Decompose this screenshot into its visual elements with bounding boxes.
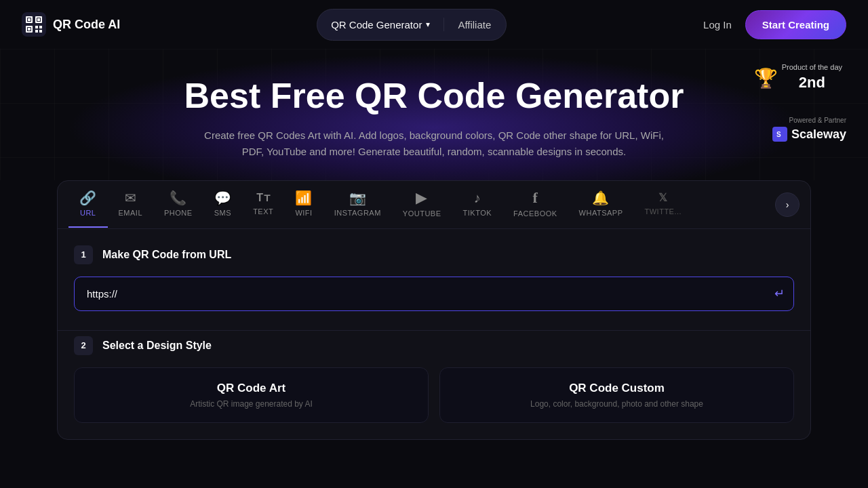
youtube-icon: ▶ [416, 190, 428, 205]
twitter-icon: 𝕏 [658, 192, 668, 203]
step2-title: Select a Design Style [102, 340, 212, 352]
tab-twitter[interactable]: 𝕏 TWITTE... [634, 183, 693, 226]
tab-phone-label: PHONE [164, 209, 193, 217]
tab-wifi-label: WIFI [295, 209, 312, 217]
email-icon: ✉ [125, 191, 137, 205]
tab-facebook[interactable]: f FACEBOOK [502, 181, 568, 228]
svg-rect-6 [37, 18, 40, 21]
type-tabs: 🔗 URL ✉ EMAIL 📞 PHONE 💬 SMS Tᴛ TEXT 📶 WI… [58, 181, 810, 229]
tab-url-label: URL [80, 209, 96, 217]
tab-youtube-label: YOUTUBE [403, 209, 441, 218]
hero-section: Best Free QR Code Generator Create free … [0, 49, 868, 180]
step1-title: Make QR Code from URL [102, 249, 231, 261]
svg-rect-3 [28, 18, 31, 21]
hero-title: Best Free QR Code Generator [14, 76, 854, 117]
tiktok-icon: ♪ [474, 191, 481, 205]
design-card-custom-desc: Logo, color, background, photo and other… [454, 399, 780, 409]
hero-description: Create free QR Codes Art with AI. Add lo… [203, 127, 665, 160]
tab-email-label: EMAIL [119, 209, 143, 217]
scaleway-logo: S Scaleway [772, 127, 846, 142]
tab-email[interactable]: ✉ EMAIL [108, 182, 154, 228]
svg-text:S: S [776, 131, 781, 138]
tab-instagram[interactable]: 📷 INSTAGRAM [323, 182, 392, 228]
chevron-down-icon: ▾ [426, 20, 430, 29]
whatsapp-icon: 🔔 [592, 191, 610, 205]
step2-header: 2 Select a Design Style [74, 336, 794, 355]
nav-right: Log In Start Creating [703, 10, 846, 39]
chevron-right-icon: › [786, 199, 789, 210]
scaleway-icon: S [772, 127, 787, 142]
step1-number: 1 [74, 245, 93, 264]
badge-content: Product of the day 2nd [782, 62, 842, 94]
text-icon: Tᴛ [256, 192, 270, 203]
tab-tiktok[interactable]: ♪ TIKTOK [452, 182, 503, 228]
navbar: QR Code AI QR Code Generator ▾ Affiliate… [0, 0, 868, 49]
step2-section: 2 Select a Design Style QR Code Art Arti… [58, 330, 810, 439]
tab-sms-label: SMS [214, 209, 231, 217]
tabs-scroll-right-button[interactable]: › [775, 192, 800, 217]
tab-wifi[interactable]: 📶 WIFI [284, 182, 323, 228]
svg-rect-0 [22, 12, 46, 37]
step2-number: 2 [74, 336, 93, 355]
main-card: 🔗 URL ✉ EMAIL 📞 PHONE 💬 SMS Tᴛ TEXT 📶 WI… [57, 180, 811, 440]
facebook-icon: f [532, 190, 538, 205]
login-button[interactable]: Log In [703, 19, 732, 30]
nav-center: QR Code Generator ▾ Affiliate [317, 9, 507, 41]
design-card-custom[interactable]: QR Code Custom Logo, color, background, … [439, 367, 794, 423]
tab-twitter-label: TWITTE... [645, 207, 682, 216]
phone-icon: 📞 [170, 191, 187, 205]
sms-icon: 💬 [214, 191, 232, 205]
svg-rect-12 [35, 30, 38, 33]
tab-sms[interactable]: 💬 SMS [203, 182, 243, 228]
design-card-art[interactable]: QR Code Art Artistic QR image generated … [74, 367, 429, 423]
svg-rect-11 [39, 26, 42, 28]
design-card-custom-title: QR Code Custom [454, 382, 780, 395]
instagram-icon: 📷 [349, 191, 367, 205]
url-icon: 🔗 [79, 191, 97, 205]
tab-whatsapp[interactable]: 🔔 WHATSAPP [568, 182, 634, 228]
badge-label: Product of the day [782, 62, 842, 73]
affiliate-nav-link[interactable]: Affiliate [447, 14, 502, 36]
tab-tiktok-label: TIKTOK [463, 209, 492, 217]
step1-header: 1 Make QR Code from URL [74, 245, 794, 264]
logo-icon [22, 12, 46, 37]
tab-phone[interactable]: 📞 PHONE [153, 182, 203, 228]
tab-facebook-label: FACEBOOK [513, 209, 557, 218]
tab-text-label: TEXT [253, 207, 273, 216]
affiliate-label: Affiliate [458, 19, 491, 30]
logo[interactable]: QR Code AI [22, 12, 120, 37]
laurel-left-icon: 🏆 [754, 67, 778, 89]
scaleway-badge: Powered & Partner S Scaleway [772, 117, 846, 142]
url-input[interactable] [74, 277, 794, 311]
logo-text: QR Code AI [53, 18, 120, 32]
product-of-day-badge: 🏆 Product of the day 2nd [754, 62, 846, 94]
design-card-art-title: QR Code Art [88, 382, 414, 395]
nav-divider [443, 18, 444, 31]
arrow-right-icon: ↵ [774, 287, 785, 300]
scaleway-name: Scaleway [791, 127, 846, 142]
tab-instagram-label: INSTAGRAM [334, 209, 381, 217]
scaleway-svg: S [774, 129, 785, 140]
svg-rect-13 [39, 30, 42, 33]
svg-rect-9 [28, 28, 31, 30]
tab-text[interactable]: Tᴛ TEXT [242, 183, 284, 226]
qr-generator-nav-link[interactable]: QR Code Generator ▾ [331, 19, 441, 30]
step1-section: 1 Make QR Code from URL ↵ [58, 229, 810, 330]
tab-whatsapp-label: WHATSAPP [579, 209, 623, 217]
svg-rect-10 [35, 26, 38, 28]
wifi-icon: 📶 [295, 191, 313, 205]
powered-label: Powered & Partner [772, 117, 846, 124]
tab-youtube[interactable]: ▶ YOUTUBE [392, 181, 452, 228]
start-creating-button[interactable]: Start Creating [745, 10, 846, 39]
badge-rank: 2nd [782, 73, 842, 94]
qr-generator-label: QR Code Generator [331, 19, 422, 30]
url-input-wrapper: ↵ [74, 277, 794, 311]
tab-url[interactable]: 🔗 URL [68, 182, 108, 228]
design-card-art-desc: Artistic QR image generated by AI [88, 399, 414, 409]
design-cards-grid: QR Code Art Artistic QR image generated … [74, 367, 794, 423]
url-submit-button[interactable]: ↵ [774, 286, 785, 301]
